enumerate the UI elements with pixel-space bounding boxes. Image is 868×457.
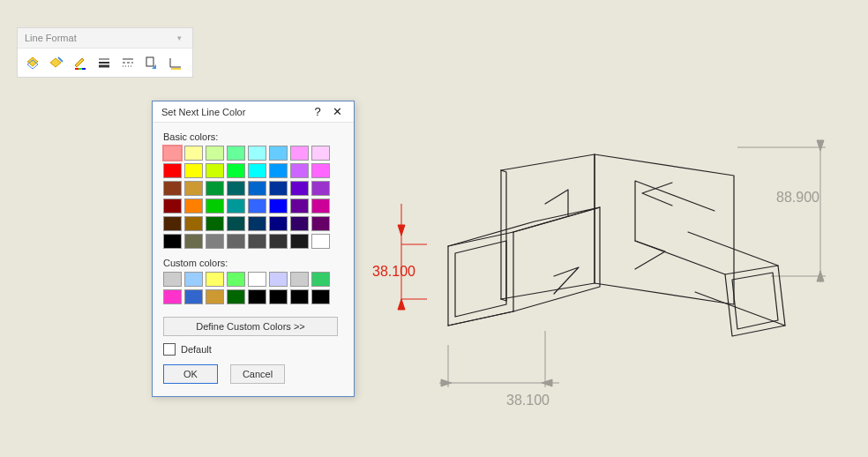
color-swatch[interactable]: [184, 272, 203, 287]
color-swatch[interactable]: [290, 163, 309, 178]
color-swatch[interactable]: [163, 272, 182, 287]
color-swatch[interactable]: [206, 146, 224, 161]
color-swatch[interactable]: [248, 289, 266, 304]
color-swatch[interactable]: [163, 146, 182, 161]
bracket-part: [448, 154, 785, 336]
close-icon[interactable]: ▾: [173, 32, 185, 44]
color-swatch[interactable]: [248, 199, 266, 214]
svg-marker-24: [542, 379, 552, 386]
close-icon[interactable]: ✕: [327, 105, 347, 118]
color-swatch[interactable]: [227, 199, 245, 214]
line-color-icon[interactable]: [71, 53, 90, 72]
color-swatch[interactable]: [184, 163, 203, 178]
custom-colors-label: Custom colors:: [163, 258, 354, 268]
toolbar-title: Line Format: [25, 33, 77, 43]
dialog-title-bar[interactable]: Set Next Line Color ? ✕: [153, 101, 354, 123]
svg-marker-0: [27, 57, 38, 66]
svg-rect-13: [146, 57, 153, 66]
color-swatch[interactable]: [269, 163, 288, 178]
color-swatch[interactable]: [290, 272, 309, 287]
color-swatch[interactable]: [311, 272, 330, 287]
help-icon[interactable]: ?: [308, 105, 327, 118]
color-swatch[interactable]: [206, 234, 224, 249]
color-swatch[interactable]: [269, 234, 288, 249]
color-swatch[interactable]: [290, 199, 309, 214]
color-swatch[interactable]: [184, 199, 203, 214]
color-swatch[interactable]: [290, 181, 309, 196]
color-swatch[interactable]: [311, 163, 330, 178]
color-swatch[interactable]: [311, 199, 330, 214]
color-swatch[interactable]: [311, 234, 330, 249]
color-swatch[interactable]: [248, 146, 266, 161]
color-swatch[interactable]: [248, 163, 266, 178]
color-swatch[interactable]: [290, 146, 309, 161]
color-swatch[interactable]: [206, 199, 224, 214]
line-thickness-icon[interactable]: [94, 53, 114, 72]
color-swatch[interactable]: [227, 163, 245, 178]
color-swatch[interactable]: [311, 216, 330, 231]
color-swatch[interactable]: [248, 272, 266, 287]
color-swatch[interactable]: [269, 216, 288, 231]
color-swatch[interactable]: [227, 234, 245, 249]
color-swatch[interactable]: [290, 216, 309, 231]
svg-rect-16: [171, 68, 181, 70]
color-display-icon[interactable]: [166, 53, 185, 72]
svg-marker-19: [398, 299, 405, 310]
color-swatch[interactable]: [227, 272, 245, 287]
color-swatch[interactable]: [206, 216, 224, 231]
color-swatch[interactable]: [184, 216, 203, 231]
color-swatch[interactable]: [206, 163, 224, 178]
color-swatch[interactable]: [227, 289, 245, 304]
default-checkbox[interactable]: [163, 343, 176, 356]
color-swatch[interactable]: [248, 216, 266, 231]
svg-rect-6: [82, 68, 86, 70]
color-swatch[interactable]: [184, 289, 203, 304]
dimension-bottom: [439, 331, 559, 387]
color-swatch[interactable]: [311, 146, 330, 161]
color-swatch[interactable]: [269, 272, 288, 287]
color-swatch[interactable]: [269, 181, 288, 196]
color-swatch[interactable]: [206, 272, 224, 287]
color-swatch[interactable]: [311, 181, 330, 196]
line-format-toolbar: Line Format ▾: [17, 27, 193, 78]
color-swatch[interactable]: [163, 163, 182, 178]
color-swatch[interactable]: [227, 181, 245, 196]
dimension-left-value: 38.100: [372, 264, 415, 279]
hide-show-icon[interactable]: [142, 53, 161, 72]
basic-colors-label: Basic colors:: [163, 131, 354, 142]
color-swatch[interactable]: [248, 234, 266, 249]
color-swatch[interactable]: [163, 216, 182, 231]
basic-colors-grid: [163, 146, 354, 249]
svg-marker-18: [398, 225, 405, 236]
toolbar-title-bar[interactable]: Line Format ▾: [18, 28, 192, 49]
color-swatch[interactable]: [163, 234, 182, 249]
dialog-button-row: OK Cancel: [163, 364, 354, 384]
color-swatch[interactable]: [206, 289, 224, 304]
color-swatch[interactable]: [269, 289, 288, 304]
color-swatch[interactable]: [163, 289, 182, 304]
color-swatch[interactable]: [269, 199, 288, 214]
color-swatch[interactable]: [290, 234, 309, 249]
color-swatch[interactable]: [248, 181, 266, 196]
color-swatch[interactable]: [184, 181, 203, 196]
line-style-icon[interactable]: [118, 53, 138, 72]
color-swatch[interactable]: [269, 146, 288, 161]
define-custom-colors-button[interactable]: Define Custom Colors >>: [163, 317, 338, 336]
default-label: Default: [181, 344, 212, 355]
drawing-canvas: 38.100 38.100 88.900: [370, 128, 864, 446]
dimension-bottom-value: 38.100: [506, 393, 550, 408]
custom-colors-grid: [163, 272, 354, 304]
cancel-button[interactable]: Cancel: [230, 364, 285, 384]
color-swatch[interactable]: [163, 199, 182, 214]
color-swatch[interactable]: [184, 146, 203, 161]
color-swatch[interactable]: [290, 289, 309, 304]
layer-icon[interactable]: [23, 53, 42, 72]
color-swatch[interactable]: [163, 181, 182, 196]
color-swatch[interactable]: [227, 216, 245, 231]
color-swatch[interactable]: [184, 234, 203, 249]
color-swatch[interactable]: [206, 181, 224, 196]
edit-layer-icon[interactable]: [47, 53, 66, 72]
ok-button[interactable]: OK: [163, 364, 218, 384]
color-swatch[interactable]: [227, 146, 245, 161]
color-swatch[interactable]: [311, 289, 330, 304]
